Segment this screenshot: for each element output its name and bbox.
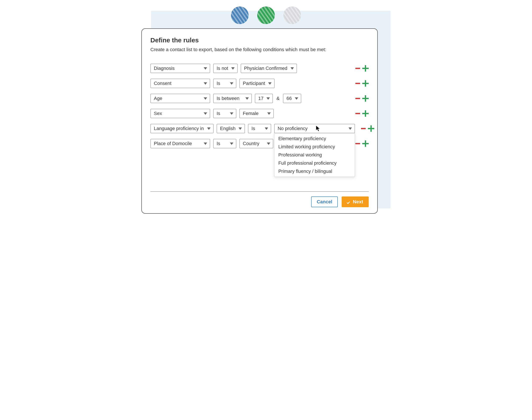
footer-row: Cancel Next [150,196,369,207]
value-to-label: 66 [286,96,292,101]
chevron-down-icon [245,97,249,100]
operator-select[interactable]: Is [213,109,236,118]
rules-area: Diagnosis Is not Physician Confirmed [150,64,369,148]
remove-rule-button[interactable] [355,143,360,144]
dropdown-options-panel: Elementary proficiency Limited working p… [274,133,355,177]
value-select-label: Physician Confirmed [244,66,287,71]
chevron-down-icon [204,112,207,115]
check-icon [347,200,351,203]
chevron-down-icon [204,97,207,100]
value-select-label: No proficiency [278,126,308,131]
chevron-down-icon [230,112,233,115]
value-select[interactable]: No proficiency [274,124,355,133]
remove-rule-button[interactable] [361,128,366,129]
chevron-down-icon [207,127,211,130]
step-circle-1 [231,6,249,24]
remove-rule-button[interactable] [355,83,360,84]
cancel-button[interactable]: Cancel [311,196,338,207]
field-select[interactable]: Sex [150,109,210,118]
language-select-label: English [220,126,236,131]
operator-select-label: Is between [217,96,239,101]
add-rule-button[interactable] [362,80,369,87]
chevron-down-icon [268,82,272,85]
field-select-label: Diagnosis [154,66,175,71]
remove-rule-button[interactable] [355,68,360,69]
operator-select-label: Is [217,81,220,86]
step-circle-3 [283,6,301,24]
step-indicator-row [141,6,391,24]
value-select-label: Participant [243,81,265,86]
rule-row: Language proficiency in English Is No pr… [150,124,369,133]
value-select-label: Country [243,141,259,146]
dropdown-option[interactable]: Primary fluency / bilingual [274,167,355,175]
next-button[interactable]: Next [342,196,369,207]
cancel-button-label: Cancel [317,199,332,205]
range-joiner: & [276,96,280,101]
field-select[interactable]: Language proficiency in [150,124,214,133]
dropdown-option[interactable]: Elementary proficiency [274,135,355,143]
next-button-label: Next [353,199,363,205]
chevron-down-icon [267,143,270,145]
rule-row: Sex Is Female [150,109,369,118]
chevron-down-icon [230,143,233,145]
remove-rule-button[interactable] [355,98,360,99]
dropdown-option[interactable]: Full professional proficiency [274,159,355,167]
add-rule-button[interactable] [362,65,369,72]
operator-select-label: Is [217,111,220,116]
chevron-down-icon [204,143,207,145]
value-select[interactable]: Participant [239,79,275,88]
chevron-down-icon [291,67,294,70]
value-select[interactable]: Country [239,139,273,148]
chevron-down-icon [266,97,270,100]
footer-separator [150,191,369,192]
field-select-label: Language proficiency in [154,126,204,131]
operator-select[interactable]: Is [248,124,271,133]
rule-row: Age Is between 17 & 66 [150,94,369,103]
chevron-down-icon [238,127,242,130]
page-subtitle: Create a contact list to export, based o… [150,47,369,52]
add-rule-button[interactable] [368,125,374,132]
value-from-select[interactable]: 17 [255,94,273,103]
rule-row: Consent Is Participant [150,79,369,88]
rule-row: Diagnosis Is not Physician Confirmed [150,64,369,73]
field-select[interactable]: Age [150,94,210,103]
field-select[interactable]: Diagnosis [150,64,210,73]
operator-select-label: Is [251,126,255,131]
page-title: Define the rules [150,37,369,44]
remove-rule-button[interactable] [355,113,360,114]
operator-select[interactable]: Is between [213,94,252,103]
value-from-label: 17 [258,96,264,101]
field-select-label: Place of Domocile [154,141,192,146]
operator-select-label: Is [217,141,220,146]
chevron-down-icon [349,127,352,130]
value-select-label: Female [243,111,258,116]
chevron-down-icon [295,97,298,100]
chevron-down-icon [204,82,207,85]
chevron-down-icon [265,127,268,130]
add-rule-button[interactable] [362,95,369,102]
chevron-down-icon [204,67,207,70]
value-select[interactable]: Female [239,109,274,118]
operator-select[interactable]: Is [213,79,236,88]
operator-select[interactable]: Is not [213,64,238,73]
add-rule-button[interactable] [362,140,369,147]
field-select-label: Sex [154,111,162,116]
field-select[interactable]: Place of Domocile [150,139,210,148]
field-select-label: Consent [154,81,171,86]
language-select[interactable]: English [217,124,245,133]
rules-modal: Define the rules Create a contact list t… [141,28,378,214]
value-to-select[interactable]: 66 [283,94,301,103]
operator-select[interactable]: Is [213,139,236,148]
chevron-down-icon [267,112,271,115]
step-circle-2 [257,6,275,24]
field-select-label: Age [154,96,162,101]
chevron-down-icon [230,82,233,85]
dropdown-option[interactable]: Limited working proficiency [274,143,355,151]
add-rule-button[interactable] [362,110,369,117]
field-select[interactable]: Consent [150,79,210,88]
value-select[interactable]: Physician Confirmed [241,64,297,73]
chevron-down-icon [231,67,235,70]
dropdown-option[interactable]: Professional working [274,151,355,159]
operator-select-label: Is not [217,66,228,71]
